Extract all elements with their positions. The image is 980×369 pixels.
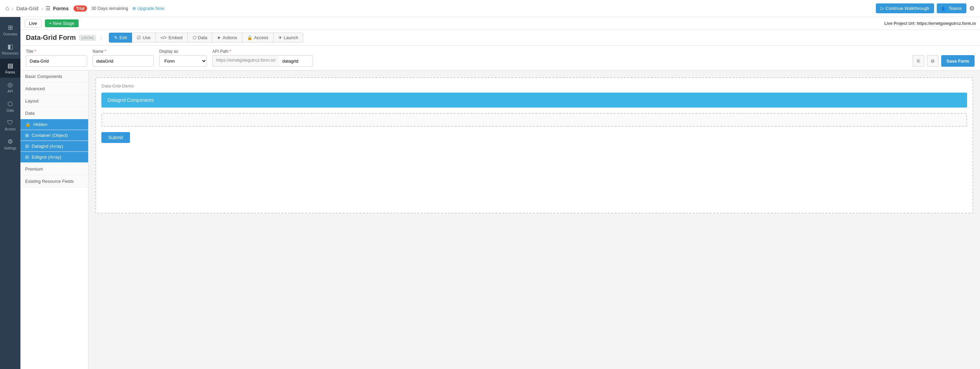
sidebar-item-resources[interactable]: ◧ Resources	[0, 40, 21, 59]
editgrid-icon: ⊟	[25, 154, 29, 160]
comp-item-hidden[interactable]: 🔒 Hidden	[21, 119, 88, 130]
top-navbar-right: ▷ Continue Walkthrough 👥 Teams ⚙	[876, 3, 975, 13]
comp-section-premium-header[interactable]: Premium	[21, 163, 88, 175]
tab-data[interactable]: ⬡ Data	[188, 33, 212, 43]
breadcrumb-sep-2: ›	[41, 5, 43, 11]
title-label: Title *	[26, 49, 87, 54]
walkthrough-label: Continue Walkthrough	[886, 6, 929, 11]
save-form-button[interactable]: Save Form	[941, 55, 975, 67]
sidebar-item-access[interactable]: 🛡 Access	[0, 116, 21, 134]
comp-section-layout-header[interactable]: Layout	[21, 95, 88, 107]
comp-section-basic-header[interactable]: Basic Components	[21, 70, 88, 83]
name-field-group: Name *	[92, 49, 154, 67]
data-tab-icon: ⬡	[192, 35, 196, 40]
name-required: *	[105, 49, 106, 54]
tab-edit[interactable]: ✎ Edit	[109, 33, 132, 43]
api-path-input[interactable]	[279, 55, 313, 67]
comp-section-data-header[interactable]: Data	[21, 107, 88, 119]
actions-icon: ➤	[217, 35, 221, 40]
edit-label: Edit	[119, 35, 127, 40]
data-section-label: Data	[25, 111, 34, 116]
container-label: Container (Object)	[32, 133, 68, 138]
api-path-prefix: https://errwtgoiegutrcz.form.io/	[212, 55, 279, 67]
new-stage-button[interactable]: + New Stage	[45, 19, 79, 27]
api-path-group: https://errwtgoiegutrcz.form.io/	[212, 55, 313, 67]
embed-icon: </>	[161, 35, 167, 40]
upgrade-link[interactable]: ⊕ Upgrade Now	[132, 6, 164, 11]
launch-icon: ✈	[278, 35, 282, 40]
display-select[interactable]: Form Wizard PDF	[159, 55, 207, 67]
comp-section-existing: Existing Resource Fields	[21, 175, 88, 188]
sidebar-forms-label: Forms	[5, 70, 15, 74]
tab-use[interactable]: ☑ Use	[132, 33, 156, 43]
settings-icon: ⚙	[8, 138, 13, 145]
actions-label: Actions	[223, 35, 237, 40]
settings-gear-button[interactable]: ⚙	[969, 5, 975, 12]
sidebar-item-settings[interactable]: ⚙ Settings	[0, 134, 21, 154]
sidebar-overview-label: Overview	[3, 32, 18, 36]
comp-section-data: Data 🔒 Hidden ⊞ Container (Object) ⊟ Dat…	[21, 107, 88, 163]
sidebar-access-label: Access	[5, 127, 16, 131]
datagrid-block[interactable]: Datagrid Components	[102, 92, 967, 108]
continue-walkthrough-button[interactable]: ▷ Continue Walkthrough	[876, 3, 934, 13]
drop-zone	[102, 113, 967, 127]
name-input[interactable]	[92, 55, 154, 67]
breadcrumb-datagrid[interactable]: Data-Grid	[16, 5, 38, 11]
display-field-group: Display as Form Wizard PDF	[159, 49, 207, 67]
tab-bar: ✎ Edit ☑ Use </> Embed ⬡ Data ➤ Action	[109, 33, 303, 43]
live-url-label: Live Project Url:	[885, 21, 916, 26]
components-panel: Basic Components Advanced Layout Data	[21, 70, 89, 369]
editor-area: Basic Components Advanced Layout Data	[21, 70, 980, 369]
content-area: Live + New Stage Live Project Url: https…	[21, 17, 980, 369]
comp-item-datagrid[interactable]: ⊟ Datagrid (Array)	[21, 141, 88, 152]
breadcrumb-sep-1: ›	[12, 5, 14, 11]
comp-item-container[interactable]: ⊞ Container (Object)	[21, 130, 88, 141]
json-badge[interactable]: {JSON}	[79, 35, 96, 40]
home-icon[interactable]: ⌂	[5, 5, 9, 12]
tab-access[interactable]: 🔒 Access	[242, 33, 274, 43]
comp-section-advanced-header[interactable]: Advanced	[21, 83, 88, 95]
access-tab-icon: 🔒	[247, 35, 253, 40]
sidebar-item-overview[interactable]: ⊞ Overview	[0, 21, 21, 40]
teams-icon: 👥	[942, 6, 947, 11]
tab-embed[interactable]: </> Embed	[156, 33, 188, 43]
main-layout: ⊞ Overview ◧ Resources ▤ Forms ◎ API ⬡ D…	[0, 17, 980, 369]
comp-section-existing-header[interactable]: Existing Resource Fields	[21, 175, 88, 187]
copy-button[interactable]: ⎘	[913, 55, 924, 67]
form-fields-row: Title * Name * Display as Form Wizard PD…	[21, 46, 980, 70]
days-remaining: 30 Days remaining	[91, 6, 128, 11]
comp-item-editgrid[interactable]: ⊟ Editgrid (Array)	[21, 152, 88, 163]
sidebar-item-forms[interactable]: ▤ Forms	[0, 59, 21, 78]
form-header: Data-Grid Form {JSON} | ✎ Edit ☑ Use </>…	[21, 30, 980, 46]
resources-icon: ◧	[8, 43, 13, 50]
sidebar-data-label: Data	[6, 108, 14, 112]
sidebar-item-api[interactable]: ◎ API	[0, 78, 21, 97]
api-path-field-group: API Path * https://errwtgoiegutrcz.form.…	[212, 49, 313, 67]
layout-label: Layout	[25, 99, 38, 103]
live-button[interactable]: Live	[24, 19, 41, 27]
sidebar-api-label: API	[8, 89, 13, 93]
tab-actions[interactable]: ➤ Actions	[212, 33, 242, 43]
breadcrumb-area: ⌂ › Data-Grid › ☰ Forms Trial 30 Days re…	[5, 5, 164, 12]
form-canvas: Data-Grid-Demo Datagrid Components Submi…	[95, 77, 973, 213]
cancel-button[interactable]: ⊘	[927, 55, 939, 67]
use-label: Use	[143, 35, 150, 40]
teams-button[interactable]: 👥 Teams	[937, 3, 966, 13]
title-input[interactable]	[26, 55, 87, 67]
stage-bar: Live + New Stage Live Project Url: https…	[21, 17, 980, 30]
datagrid-label: Datagrid (Array)	[32, 144, 63, 149]
data-icon: ⬡	[8, 100, 13, 108]
submit-button[interactable]: Submit	[102, 132, 130, 143]
canvas-area: Data-Grid-Demo Datagrid Components Submi…	[89, 70, 980, 369]
container-icon: ⊞	[25, 133, 29, 138]
tab-launch[interactable]: ✈ Launch	[273, 33, 304, 43]
premium-label: Premium	[25, 167, 43, 172]
api-icon: ◎	[8, 81, 13, 89]
basic-components-label: Basic Components	[25, 74, 62, 79]
use-icon: ☑	[137, 35, 141, 40]
api-path-label: API Path *	[212, 49, 313, 54]
forms-icon: ▤	[8, 62, 13, 70]
breadcrumb-forms[interactable]: Forms	[53, 5, 69, 11]
sidebar-item-data[interactable]: ⬡ Data	[0, 97, 21, 116]
comp-section-layout: Layout	[21, 95, 88, 107]
